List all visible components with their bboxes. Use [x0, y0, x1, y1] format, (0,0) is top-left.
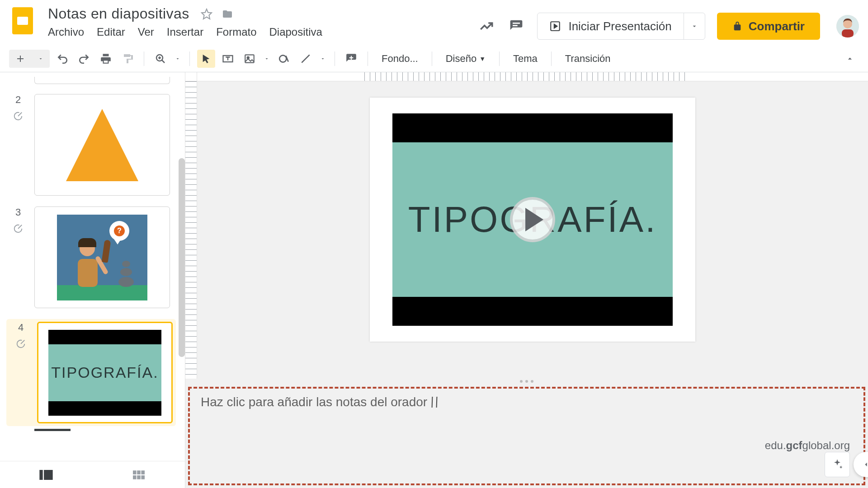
thumb-row-4: 4 TIPOGRAFÍA. [6, 319, 176, 426]
menu-archivo[interactable]: Archivo [48, 26, 84, 38]
floating-action-button[interactable] [854, 452, 868, 477]
textbox-tool[interactable] [219, 50, 237, 68]
line-dropdown[interactable] [318, 50, 327, 68]
image-dropdown[interactable] [262, 50, 271, 68]
new-slide-dropdown[interactable] [32, 50, 50, 68]
slide-thumb-3[interactable]: ? [34, 206, 170, 308]
transition-button[interactable]: Transición [559, 50, 617, 68]
separator [368, 52, 368, 66]
present-button[interactable]: Iniciar Presentación [538, 13, 684, 39]
svg-marker-4 [554, 24, 557, 28]
document-title[interactable]: Notas en diapositivas [45, 5, 192, 23]
separator [189, 52, 190, 66]
svg-rect-30 [137, 475, 141, 479]
filmstrip-view-toggle [0, 461, 185, 488]
triangle-shape-icon [66, 109, 138, 181]
thumb-1-partial[interactable] [34, 77, 170, 84]
slide-thumb-4[interactable]: TIPOGRAFÍA. [37, 322, 173, 423]
video-object[interactable]: TIPOGRAFÍA. [392, 113, 673, 326]
slides-logo-icon[interactable] [12, 7, 33, 34]
logo-wrap [9, 5, 36, 34]
header-actions: Iniciar Presentación Compartir [477, 5, 859, 45]
thumb-row-3: 3 ? [9, 206, 176, 308]
separator [432, 52, 432, 66]
star-icon[interactable] [200, 8, 213, 20]
separator [551, 52, 552, 66]
menu-formato[interactable]: Formato [216, 26, 256, 38]
video-poster: TIPOGRAFÍA. [392, 142, 673, 297]
svg-rect-24 [40, 470, 43, 480]
user-avatar[interactable] [836, 15, 859, 38]
background-button[interactable]: Fondo... [375, 50, 425, 68]
share-button[interactable]: Compartir [717, 13, 820, 40]
tipografia-preview: TIPOGRAFÍA. [48, 330, 161, 416]
notes-resize-handle[interactable] [185, 379, 868, 384]
svg-rect-25 [44, 470, 53, 480]
print-button[interactable] [97, 50, 115, 68]
redo-button[interactable] [75, 50, 93, 68]
attachment-icon [13, 224, 23, 234]
svg-marker-32 [865, 463, 867, 466]
explore-button[interactable] [825, 452, 850, 477]
menu-editar[interactable]: Editar [97, 26, 125, 38]
grid-view-button[interactable] [130, 466, 148, 484]
menu-insertar[interactable]: Insertar [167, 26, 203, 38]
svg-rect-29 [133, 475, 137, 479]
image-tool[interactable] [241, 50, 259, 68]
canvas-stage[interactable]: TIPOGRAFÍA. [197, 81, 868, 379]
select-tool[interactable] [197, 50, 215, 68]
scrollbar-thumb[interactable] [179, 158, 185, 357]
vertical-ruler[interactable] [185, 81, 197, 379]
thumb-number: 3 [15, 206, 21, 218]
new-slide-button[interactable] [9, 50, 32, 68]
svg-marker-0 [202, 9, 212, 19]
svg-marker-9 [40, 58, 42, 60]
theme-button[interactable]: Tema [507, 50, 544, 68]
play-button[interactable] [510, 197, 555, 242]
menu-bar: Archivo Editar Ver Insertar Formato Diap… [45, 24, 325, 38]
menu-diapositiva[interactable]: Diapositiva [269, 26, 322, 38]
zoom-dropdown[interactable] [173, 50, 182, 68]
speaker-notes-placeholder: Haz clic para añadir las notas del orado… [201, 395, 427, 409]
horizontal-ruler[interactable] [185, 72, 868, 81]
present-label: Iniciar Presentación [568, 19, 671, 33]
video-letterbox-top [392, 113, 673, 142]
svg-rect-27 [137, 470, 141, 474]
attachment-icon [13, 111, 23, 121]
undo-button[interactable] [53, 50, 71, 68]
present-button-group: Iniciar Presentación [537, 13, 705, 40]
tipografia-label: TIPOGRAFÍA. [51, 364, 158, 381]
video-letterbox-bottom [392, 297, 673, 326]
header: Notas en diapositivas Archivo Editar Ver… [0, 0, 868, 45]
collapse-toolbar-button[interactable] [841, 50, 859, 68]
folder-icon[interactable] [221, 8, 234, 20]
svg-rect-1 [513, 23, 520, 24]
canvas-area: TIPOGRAFÍA. Haz clic para añadir las not… [185, 72, 868, 488]
svg-marker-23 [848, 57, 852, 59]
svg-rect-2 [513, 25, 518, 26]
comments-icon[interactable] [507, 17, 525, 35]
present-dropdown[interactable] [684, 13, 705, 39]
filmstrip-view-button[interactable] [37, 466, 55, 484]
separator [144, 52, 144, 66]
slide-thumb-2[interactable] [34, 94, 170, 196]
attachment-icon [16, 339, 26, 349]
menu-ver[interactable]: Ver [138, 26, 154, 38]
paint-format-button[interactable] [118, 50, 137, 68]
line-tool[interactable] [297, 50, 315, 68]
filmstrip-panel: 2 3 [0, 72, 185, 488]
canvas-row: TIPOGRAFÍA. [185, 81, 868, 379]
svg-rect-31 [141, 475, 145, 479]
zoom-button[interactable] [151, 50, 170, 68]
filmstrip-scroll[interactable]: 2 3 [0, 72, 185, 461]
speaker-notes-area[interactable]: Haz clic para añadir las notas del orado… [185, 384, 868, 488]
title-area: Notas en diapositivas Archivo Editar Ver… [45, 5, 325, 38]
separator [499, 52, 500, 66]
watermark-text: edu.gcfglobal.org [765, 439, 850, 452]
shape-tool[interactable] [275, 50, 293, 68]
slide-canvas[interactable]: TIPOGRAFÍA. [370, 98, 695, 342]
svg-rect-10 [104, 61, 108, 62]
add-comment-button[interactable] [342, 50, 360, 68]
activity-icon[interactable] [477, 17, 495, 35]
layout-button[interactable]: Diseño▼ [439, 50, 492, 68]
